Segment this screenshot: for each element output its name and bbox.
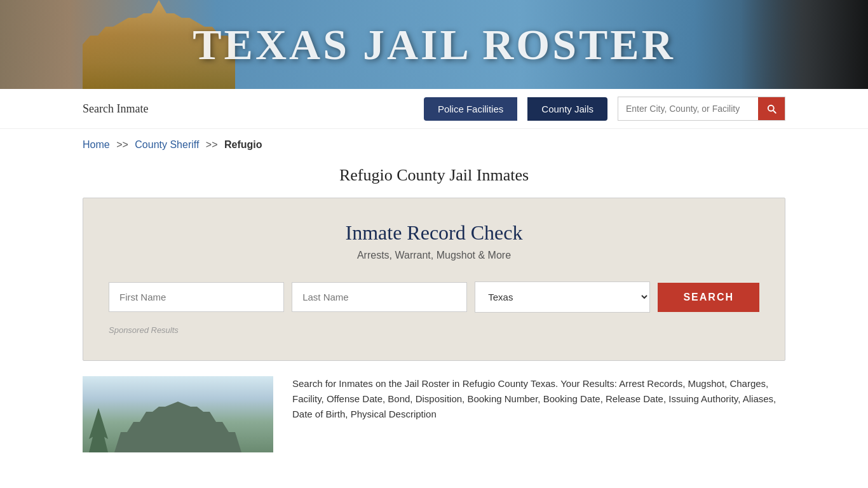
last-name-input[interactable]	[292, 282, 467, 312]
breadcrumb-separator-2: >>	[206, 139, 218, 150]
breadcrumb: Home >> County Sheriff >> Refugio	[0, 129, 868, 156]
facility-search-wrapper	[618, 97, 785, 121]
facility-search-button[interactable]	[758, 97, 785, 120]
record-check-box: Inmate Record Check Arrests, Warrant, Mu…	[83, 198, 785, 361]
keys-image	[741, 0, 868, 89]
search-inmate-label: Search Inmate	[83, 102, 148, 116]
facility-search-input[interactable]	[618, 98, 758, 119]
county-description: Search for Inmates on the Jail Roster in…	[292, 376, 785, 422]
police-facilities-button[interactable]: Police Facilities	[424, 97, 517, 121]
building-image	[83, 376, 273, 452]
breadcrumb-separator-1: >>	[116, 139, 128, 150]
page-title: Refugio County Jail Inmates	[0, 166, 868, 185]
record-check-title: Inmate Record Check	[109, 221, 759, 245]
county-jails-button[interactable]: County Jails	[527, 97, 607, 121]
site-title: Texas Jail Roster	[193, 20, 675, 70]
search-icon	[766, 103, 777, 114]
site-banner: Texas Jail Roster	[0, 0, 868, 89]
record-check-subtitle: Arrests, Warrant, Mugshot & More	[109, 250, 759, 261]
sponsored-results-label: Sponsored Results	[109, 325, 759, 335]
bottom-section: Search for Inmates on the Jail Roster in…	[0, 376, 868, 452]
breadcrumb-county-sheriff-link[interactable]: County Sheriff	[135, 139, 199, 150]
inmate-search-button[interactable]: SEARCH	[658, 283, 759, 312]
navbar: Search Inmate Police Facilities County J…	[0, 89, 868, 129]
building-silhouette	[114, 402, 241, 452]
breadcrumb-home-link[interactable]: Home	[83, 139, 110, 150]
inmate-search-form: AlabamaAlaskaArizonaArkansasCaliforniaCo…	[109, 281, 759, 313]
tree-decoration	[89, 408, 108, 452]
breadcrumb-current: Refugio	[224, 139, 262, 150]
first-name-input[interactable]	[109, 282, 284, 312]
state-select[interactable]: AlabamaAlaskaArizonaArkansasCaliforniaCo…	[475, 281, 650, 313]
